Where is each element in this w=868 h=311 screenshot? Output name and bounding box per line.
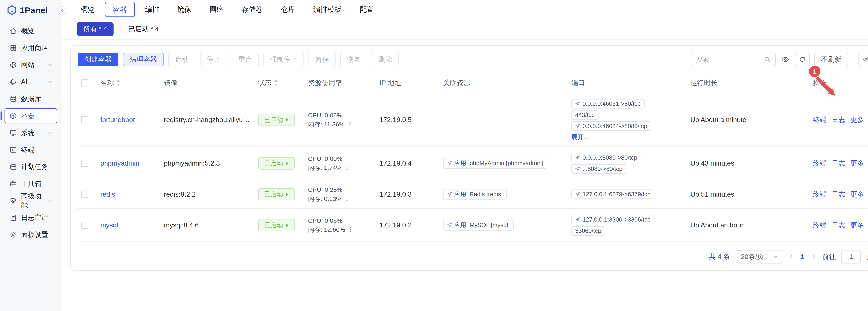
- column-header-resource-usage: 资源使用率: [305, 73, 376, 93]
- tab-images[interactable]: 镜像: [169, 2, 199, 17]
- container-name-link[interactable]: mysql: [100, 221, 118, 229]
- no-refresh-button[interactable]: 不刷新: [814, 53, 848, 66]
- chevron-down-icon: [48, 199, 52, 203]
- table-settings-button[interactable]: [859, 53, 868, 66]
- sidebar-item-system[interactable]: 系统: [4, 125, 57, 140]
- search-input[interactable]: [695, 56, 764, 63]
- tab-networks[interactable]: 网络: [202, 2, 231, 17]
- sidebar-item-terminal[interactable]: 终端: [4, 142, 57, 158]
- create-container-button[interactable]: 创建容器: [78, 53, 118, 66]
- sidebar-item-database[interactable]: 数据库: [4, 91, 57, 106]
- sidebar-item-app-store[interactable]: 应用商店: [4, 40, 57, 56]
- column-header-name[interactable]: 名称: [97, 73, 161, 93]
- sidebar-item-label: 应用商店: [21, 43, 48, 53]
- port-tag[interactable]: 0.0.0.0:8089->80/tcp: [571, 153, 641, 163]
- tab-compose[interactable]: 编排: [137, 2, 167, 17]
- start-button[interactable]: 启动: [168, 53, 195, 66]
- port-tag[interactable]: 127.0.0.1:6379->6379/tcp: [571, 189, 655, 199]
- tab-overview[interactable]: 概览: [72, 2, 102, 17]
- filter-running[interactable]: 已启动 * 4: [128, 25, 159, 34]
- port-tag[interactable]: 0.0.0.0:46031->80/tcp: [571, 99, 645, 108]
- logs-link[interactable]: 日志: [832, 116, 845, 124]
- terminal-link[interactable]: 终端: [813, 116, 827, 124]
- column-header-operations: 操作: [809, 73, 868, 93]
- container-image: mysql:8.4.6: [164, 221, 251, 229]
- port-tag[interactable]: 127.0.0.1:3306->3306/tcp: [571, 215, 655, 224]
- more-vertical-icon[interactable]: [344, 165, 350, 171]
- logs-link[interactable]: 日志: [832, 221, 845, 229]
- more-vertical-icon[interactable]: [347, 227, 353, 233]
- sort-icon[interactable]: [116, 79, 121, 87]
- sidebar-collapse-button[interactable]: [58, 6, 66, 15]
- terminal-link[interactable]: 终端: [813, 221, 827, 229]
- sidebar-item-cronjobs[interactable]: 计划任务: [4, 159, 57, 174]
- sidebar-item-log-audit[interactable]: 日志审计: [4, 210, 57, 226]
- filter-all[interactable]: 所有 * 4: [77, 22, 113, 36]
- terminal-link[interactable]: 终端: [813, 160, 827, 167]
- sidebar-menu: 概览 应用商店 网站 AI 数据库 容器: [0, 19, 62, 246]
- more-link[interactable]: 更多: [850, 191, 864, 198]
- tab-containers[interactable]: 容器: [105, 2, 135, 17]
- port-tag[interactable]: :::8089->80/tcp: [571, 164, 626, 174]
- row-checkbox[interactable]: [81, 191, 88, 198]
- related-app-tag[interactable]: 应用: MySQL [mysql]: [443, 220, 514, 231]
- restart-button[interactable]: 重启: [231, 53, 259, 66]
- current-page[interactable]: 1: [800, 253, 806, 261]
- toolbar-right: 不刷新: [690, 53, 868, 66]
- cpu-usage: CPU: 0.05%: [308, 216, 373, 225]
- container-name-link[interactable]: phpmyadmin: [100, 160, 139, 167]
- logs-link[interactable]: 日志: [832, 160, 845, 167]
- row-checkbox[interactable]: [81, 160, 88, 167]
- terminal-link[interactable]: 终端: [813, 191, 827, 198]
- tab-compose-templates[interactable]: 编排模板: [305, 2, 349, 17]
- sort-icon[interactable]: [273, 79, 278, 87]
- terminal-icon: [9, 146, 17, 153]
- row-checkbox[interactable]: [81, 221, 88, 229]
- chevron-down-icon: [48, 131, 52, 135]
- sidebar-item-panel-settings[interactable]: 面板设置: [4, 227, 57, 242]
- more-vertical-icon[interactable]: [347, 121, 353, 128]
- sidebar-item-containers[interactable]: 容器: [4, 108, 57, 124]
- related-app-tag[interactable]: 应用: phpMyAdmin [phpmyadmin]: [443, 158, 547, 169]
- jump-icon: [447, 222, 452, 228]
- force-stop-button[interactable]: 强制停止: [263, 53, 304, 66]
- clean-container-button[interactable]: 清理容器: [123, 53, 164, 66]
- tab-config[interactable]: 配置: [352, 2, 382, 17]
- tab-repositories[interactable]: 仓库: [273, 2, 303, 17]
- sidebar-item-ai[interactable]: AI: [4, 74, 57, 90]
- memory-usage: 内存: 1.74%: [308, 163, 342, 172]
- related-app-tag[interactable]: 应用: Redis [redis]: [443, 189, 506, 200]
- sidebar-item-overview[interactable]: 概览: [4, 23, 57, 38]
- column-visibility-button[interactable]: [780, 54, 790, 65]
- tab-volumes[interactable]: 存储卷: [234, 2, 271, 17]
- delete-button[interactable]: 删除: [372, 53, 399, 66]
- next-page-button[interactable]: [811, 254, 816, 259]
- pagination: 共 4 条 20条/页 1 前往 页: [78, 250, 868, 264]
- sidebar-item-advanced[interactable]: 高级功能: [4, 193, 57, 208]
- more-link[interactable]: 更多: [850, 160, 864, 167]
- refresh-button[interactable]: [795, 53, 810, 66]
- logs-link[interactable]: 日志: [832, 191, 845, 198]
- sidebar-item-website[interactable]: 网站: [4, 57, 57, 72]
- port-tag[interactable]: 0.0.0.0:46034->8080/tcp: [571, 122, 651, 131]
- more-vertical-icon[interactable]: [344, 196, 350, 202]
- row-checkbox[interactable]: [81, 116, 88, 124]
- container-name-link[interactable]: redis: [100, 191, 115, 198]
- stop-button[interactable]: 停止: [200, 53, 227, 66]
- more-link[interactable]: 更多: [850, 221, 864, 229]
- goto-page-input[interactable]: [841, 250, 861, 264]
- pause-button[interactable]: 暂停: [309, 53, 336, 66]
- sidebar-item-toolbox[interactable]: 工具箱: [4, 176, 57, 192]
- status-badge: 已启动: [258, 219, 295, 231]
- container-icon: [9, 112, 17, 119]
- page-size-select[interactable]: 20条/页: [736, 250, 783, 264]
- prev-page-button[interactable]: [789, 254, 794, 259]
- resume-button[interactable]: 恢复: [340, 53, 367, 66]
- column-header-status[interactable]: 状态: [255, 73, 305, 93]
- select-all-checkbox[interactable]: [81, 79, 88, 86]
- expand-ports-link[interactable]: 展开...: [571, 133, 589, 141]
- top-tabbar: 概览 容器 编排 镜像 网络 存储卷 仓库 编排模板 配置: [62, 0, 868, 19]
- gear-icon: [9, 231, 17, 238]
- container-name-link[interactable]: fortuneboot: [100, 116, 135, 124]
- more-link[interactable]: 更多: [850, 116, 864, 124]
